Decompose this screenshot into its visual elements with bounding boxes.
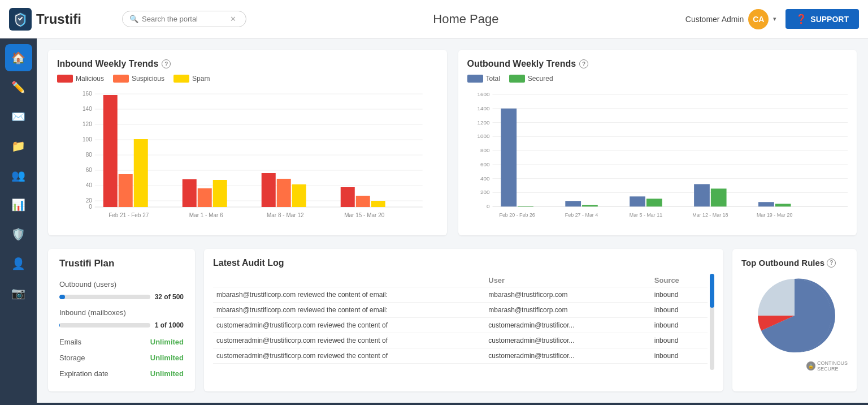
page-title: Home Page <box>246 12 685 27</box>
svg-text:80: 80 <box>86 152 93 158</box>
clear-icon[interactable]: ✕ <box>230 15 236 23</box>
sidebar-item-home[interactable]: 🏠 <box>5 44 32 71</box>
svg-rect-24 <box>198 188 212 207</box>
outbound-chart-card: Outbound Weekly Trends ? Total Secured <box>458 50 857 235</box>
svg-text:60: 60 <box>86 167 93 173</box>
svg-text:Mar 12 - Mar 18: Mar 12 - Mar 18 <box>692 212 728 218</box>
sidebar-item-camera[interactable]: 📷 <box>5 279 32 307</box>
svg-text:Feb 20 - Feb 26: Feb 20 - Feb 26 <box>499 212 535 218</box>
audit-user-cell: customeradmin@trustificor... <box>485 318 651 333</box>
svg-rect-21 <box>134 139 148 207</box>
audit-user-cell: mbarash@trustificorp.com <box>485 287 651 303</box>
sidebar: 🏠 ✏️ ✉️ 📁 👥 📊 🛡️ 👤 📷 <box>0 38 37 405</box>
inbound-legend-suspicious: Suspicious <box>113 75 164 83</box>
svg-rect-28 <box>277 179 291 207</box>
plan-title: Trustifi Plan <box>59 258 184 269</box>
plan-emails-value: Unlimited <box>150 338 184 348</box>
footer: © All Rights Reserved to Trustifi LLC Ab… <box>0 403 868 405</box>
audit-user-cell: customeradmin@trustificor... <box>485 333 651 348</box>
plan-emails-label: Emails <box>59 338 81 346</box>
charts-row: Inbound Weekly Trends ? Malicious Suspic… <box>48 50 857 235</box>
search-input[interactable] <box>142 15 227 23</box>
svg-text:Mar 15 - Mar 20: Mar 15 - Mar 20 <box>344 212 385 218</box>
inbound-legend-malicious: Malicious <box>57 75 104 83</box>
audit-source-cell: inbound <box>651 333 708 348</box>
sidebar-item-users[interactable]: 👥 <box>5 162 32 189</box>
main-content: Inbound Weekly Trends ? Malicious Suspic… <box>37 38 868 403</box>
audit-col-source: Source <box>651 274 708 287</box>
support-button[interactable]: ❓ SUPPORT <box>785 9 859 29</box>
svg-rect-27 <box>262 173 276 207</box>
audit-log-cell: customeradmin@trustificorp.com reviewed … <box>213 318 485 333</box>
rules-title: Top Outbound Rules ? <box>741 258 848 268</box>
sidebar-item-folder[interactable]: 📁 <box>5 132 32 160</box>
user-name: Customer Admin <box>685 15 744 24</box>
svg-rect-53 <box>501 109 517 206</box>
audit-log-cell: mbarash@trustificorp.com reviewed the co… <box>213 287 485 303</box>
chevron-down-icon[interactable]: ▾ <box>773 15 776 23</box>
table-row: mbarash@trustificorp.com reviewed the co… <box>213 287 708 303</box>
plan-storage-row: Storage Unlimited <box>59 351 184 367</box>
audit-user-cell: customeradmin@trustificor... <box>485 348 651 364</box>
rules-info-icon[interactable]: ? <box>827 258 836 268</box>
logo-area: Trustifi <box>9 8 122 31</box>
svg-rect-20 <box>119 174 133 207</box>
outbound-bar-chart: 1600 1400 1200 1000 800 600 400 200 0 Fe… <box>467 88 848 224</box>
plan-storage-label: Storage <box>59 354 85 362</box>
plan-inbound-row: Inbound (mailboxes) <box>59 305 184 321</box>
outbound-info-icon[interactable]: ? <box>579 59 588 68</box>
outbound-chart-title: Outbound Weekly Trends ? <box>467 59 848 69</box>
audit-source-cell: inbound <box>651 318 708 333</box>
plan-inbound-bar: 1 of 1000 <box>59 321 184 329</box>
audit-source-cell: inbound <box>651 303 708 318</box>
svg-rect-57 <box>582 205 598 206</box>
svg-rect-65 <box>758 202 774 206</box>
plan-outbound-bar: 32 of 500 <box>59 293 184 301</box>
inbound-legend-spam: Spam <box>173 75 210 83</box>
sidebar-item-compose[interactable]: ✏️ <box>5 74 32 101</box>
svg-text:Mar 1 - Mar 6: Mar 1 - Mar 6 <box>189 212 223 218</box>
sidebar-item-shield[interactable]: 🛡️ <box>5 221 32 248</box>
plan-inbound-label: Inbound (mailboxes) <box>59 308 126 317</box>
svg-text:0: 0 <box>487 203 490 209</box>
svg-text:160: 160 <box>83 91 92 97</box>
svg-text:1400: 1400 <box>477 105 490 111</box>
svg-text:0: 0 <box>89 204 92 210</box>
plan-outbound-label: Outbound (users) <box>59 280 116 288</box>
svg-rect-19 <box>103 95 118 207</box>
avatar[interactable]: CA <box>748 9 769 29</box>
svg-text:140: 140 <box>83 106 92 112</box>
plan-inbound-value: 1 of 1000 <box>155 321 184 329</box>
svg-rect-59 <box>630 196 645 206</box>
svg-rect-66 <box>775 204 791 206</box>
svg-text:Feb 27 - Mar 4: Feb 27 - Mar 4 <box>565 212 597 218</box>
sidebar-item-mail[interactable]: ✉️ <box>5 103 32 130</box>
svg-text:600: 600 <box>480 161 490 167</box>
svg-rect-63 <box>710 188 726 206</box>
svg-text:400: 400 <box>480 175 490 182</box>
outbound-legend: Total Secured <box>467 75 848 83</box>
svg-text:120: 120 <box>83 121 92 127</box>
inbound-legend: Malicious Suspicious Spam <box>57 75 438 83</box>
trustifi-logo-icon <box>9 8 32 31</box>
bottom-row: Trustifi Plan Outbound (users) 32 of 500… <box>48 249 857 391</box>
sidebar-item-reports[interactable]: 📊 <box>5 191 32 218</box>
svg-text:200: 200 <box>480 189 490 195</box>
audit-card: Latest Audit Log User Source mbarash <box>204 249 723 391</box>
sidebar-item-user-settings[interactable]: 👤 <box>5 250 32 277</box>
user-area: Customer Admin CA ▾ <box>685 9 776 29</box>
plan-expiration-label: Expiration date <box>59 369 108 378</box>
audit-title: Latest Audit Log <box>213 258 714 268</box>
search-bar[interactable]: 🔍 ✕ <box>122 11 246 27</box>
svg-rect-31 <box>341 187 355 207</box>
inbound-info-icon[interactable]: ? <box>162 59 171 68</box>
audit-source-cell: inbound <box>651 287 708 303</box>
plan-card: Trustifi Plan Outbound (users) 32 of 500… <box>48 249 195 391</box>
outbound-legend-total: Total <box>467 75 500 83</box>
support-label: SUPPORT <box>810 15 849 24</box>
audit-source-cell: inbound <box>651 348 708 364</box>
plan-outbound-row: Outbound (users) <box>59 277 184 293</box>
svg-text:20: 20 <box>86 197 93 204</box>
svg-text:Feb 21 - Feb 27: Feb 21 - Feb 27 <box>108 212 149 218</box>
table-row: customeradmin@trustificorp.com reviewed … <box>213 333 708 348</box>
